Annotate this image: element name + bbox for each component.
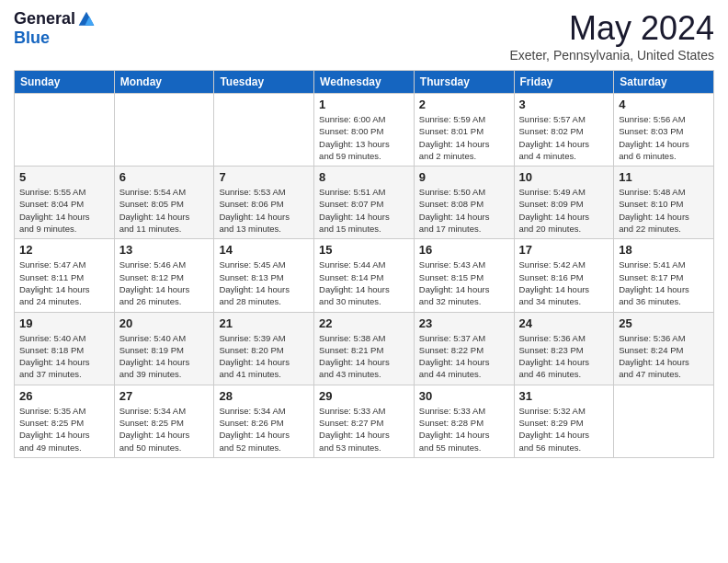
month-title: May 2024 (509, 9, 714, 48)
day-number: 18 (619, 243, 709, 257)
day-number: 6 (119, 170, 210, 184)
day-detail: Sunrise: 5:54 AM Sunset: 8:05 PM Dayligh… (119, 186, 210, 235)
day-detail: Sunrise: 5:41 AM Sunset: 8:17 PM Dayligh… (619, 259, 709, 307)
logo-blue-text: Blue (14, 29, 50, 47)
day-detail: Sunrise: 5:35 AM Sunset: 8:25 PM Dayligh… (19, 405, 109, 454)
day-detail: Sunrise: 5:53 AM Sunset: 8:06 PM Dayligh… (219, 186, 309, 235)
day-number: 15 (319, 243, 409, 257)
logo-icon (77, 10, 96, 29)
day-cell: 7Sunrise: 5:53 AM Sunset: 8:06 PM Daylig… (214, 167, 314, 239)
day-detail: Sunrise: 5:59 AM Sunset: 8:01 PM Dayligh… (419, 113, 509, 162)
header-row: SundayMondayTuesdayWednesdayThursdayFrid… (15, 71, 714, 94)
logo-general-text: General (14, 9, 75, 29)
day-cell: 3Sunrise: 5:57 AM Sunset: 8:02 PM Daylig… (514, 94, 614, 167)
day-number: 25 (619, 316, 709, 330)
day-cell: 17Sunrise: 5:42 AM Sunset: 8:16 PM Dayli… (514, 239, 614, 312)
day-cell: 13Sunrise: 5:46 AM Sunset: 8:12 PM Dayli… (114, 239, 214, 312)
day-number: 14 (219, 243, 309, 257)
header: General Blue May 2024 Exeter, Pennsylvan… (14, 9, 714, 63)
col-header-tuesday: Tuesday (214, 71, 314, 94)
col-header-saturday: Saturday (614, 71, 714, 94)
day-number: 13 (119, 243, 210, 257)
day-detail: Sunrise: 5:47 AM Sunset: 8:11 PM Dayligh… (19, 259, 109, 307)
day-cell: 28Sunrise: 5:34 AM Sunset: 8:26 PM Dayli… (214, 385, 314, 457)
calendar-table: SundayMondayTuesdayWednesdayThursdayFrid… (14, 70, 714, 458)
day-detail: Sunrise: 5:46 AM Sunset: 8:12 PM Dayligh… (119, 259, 210, 307)
day-detail: Sunrise: 5:45 AM Sunset: 8:13 PM Dayligh… (219, 259, 309, 307)
day-detail: Sunrise: 5:40 AM Sunset: 8:18 PM Dayligh… (19, 332, 109, 381)
day-number: 29 (319, 389, 409, 403)
week-row-4: 19Sunrise: 5:40 AM Sunset: 8:18 PM Dayli… (15, 312, 714, 385)
day-cell: 24Sunrise: 5:36 AM Sunset: 8:23 PM Dayli… (514, 312, 614, 385)
subtitle: Exeter, Pennsylvania, United States (509, 48, 714, 63)
day-number: 28 (219, 389, 309, 403)
day-number: 21 (219, 316, 309, 330)
day-cell (214, 94, 314, 167)
day-detail: Sunrise: 5:42 AM Sunset: 8:16 PM Dayligh… (519, 259, 609, 307)
day-cell: 1Sunrise: 6:00 AM Sunset: 8:00 PM Daylig… (314, 94, 415, 167)
day-cell (614, 385, 714, 457)
col-header-monday: Monday (114, 71, 214, 94)
week-row-3: 12Sunrise: 5:47 AM Sunset: 8:11 PM Dayli… (15, 239, 714, 312)
day-cell: 2Sunrise: 5:59 AM Sunset: 8:01 PM Daylig… (414, 94, 514, 167)
title-section: May 2024 Exeter, Pennsylvania, United St… (509, 9, 714, 63)
day-cell: 18Sunrise: 5:41 AM Sunset: 8:17 PM Dayli… (614, 239, 714, 312)
day-detail: Sunrise: 5:50 AM Sunset: 8:08 PM Dayligh… (419, 186, 509, 235)
day-detail: Sunrise: 5:32 AM Sunset: 8:29 PM Dayligh… (519, 405, 609, 454)
day-number: 20 (119, 316, 210, 330)
week-row-1: 1Sunrise: 6:00 AM Sunset: 8:00 PM Daylig… (15, 94, 714, 167)
day-detail: Sunrise: 5:57 AM Sunset: 8:02 PM Dayligh… (519, 113, 609, 162)
day-cell: 14Sunrise: 5:45 AM Sunset: 8:13 PM Dayli… (214, 239, 314, 312)
day-number: 7 (219, 170, 309, 184)
day-cell: 21Sunrise: 5:39 AM Sunset: 8:20 PM Dayli… (214, 312, 314, 385)
day-cell: 11Sunrise: 5:48 AM Sunset: 8:10 PM Dayli… (614, 167, 714, 239)
day-cell: 12Sunrise: 5:47 AM Sunset: 8:11 PM Dayli… (15, 239, 115, 312)
day-detail: Sunrise: 5:44 AM Sunset: 8:14 PM Dayligh… (319, 259, 409, 307)
day-cell: 9Sunrise: 5:50 AM Sunset: 8:08 PM Daylig… (414, 167, 514, 239)
day-cell: 10Sunrise: 5:49 AM Sunset: 8:09 PM Dayli… (514, 167, 614, 239)
day-cell: 5Sunrise: 5:55 AM Sunset: 8:04 PM Daylig… (15, 167, 115, 239)
day-number: 4 (619, 98, 709, 111)
day-detail: Sunrise: 5:38 AM Sunset: 8:21 PM Dayligh… (319, 332, 409, 381)
day-number: 26 (19, 389, 109, 403)
day-cell: 19Sunrise: 5:40 AM Sunset: 8:18 PM Dayli… (15, 312, 115, 385)
day-number: 16 (419, 243, 509, 257)
day-cell: 31Sunrise: 5:32 AM Sunset: 8:29 PM Dayli… (514, 385, 614, 457)
day-cell: 15Sunrise: 5:44 AM Sunset: 8:14 PM Dayli… (314, 239, 415, 312)
day-detail: Sunrise: 5:51 AM Sunset: 8:07 PM Dayligh… (319, 186, 409, 235)
day-number: 22 (319, 316, 409, 330)
day-detail: Sunrise: 5:55 AM Sunset: 8:04 PM Dayligh… (19, 186, 109, 235)
day-number: 9 (419, 170, 509, 184)
day-number: 31 (519, 389, 609, 403)
page: General Blue May 2024 Exeter, Pennsylvan… (0, 0, 728, 563)
day-cell: 16Sunrise: 5:43 AM Sunset: 8:15 PM Dayli… (414, 239, 514, 312)
day-number: 1 (319, 98, 409, 111)
col-header-sunday: Sunday (15, 71, 115, 94)
day-detail: Sunrise: 5:49 AM Sunset: 8:09 PM Dayligh… (519, 186, 609, 235)
col-header-wednesday: Wednesday (314, 71, 415, 94)
day-number: 3 (519, 98, 609, 111)
day-detail: Sunrise: 5:33 AM Sunset: 8:27 PM Dayligh… (319, 405, 409, 454)
day-detail: Sunrise: 5:56 AM Sunset: 8:03 PM Dayligh… (619, 113, 709, 162)
day-cell: 25Sunrise: 5:36 AM Sunset: 8:24 PM Dayli… (614, 312, 714, 385)
day-detail: Sunrise: 5:48 AM Sunset: 8:10 PM Dayligh… (619, 186, 709, 235)
day-detail: Sunrise: 5:34 AM Sunset: 8:25 PM Dayligh… (119, 405, 210, 454)
day-detail: Sunrise: 5:43 AM Sunset: 8:15 PM Dayligh… (419, 259, 509, 307)
day-cell: 4Sunrise: 5:56 AM Sunset: 8:03 PM Daylig… (614, 94, 714, 167)
day-number: 23 (419, 316, 509, 330)
day-number: 5 (19, 170, 109, 184)
day-cell (15, 94, 115, 167)
day-cell: 23Sunrise: 5:37 AM Sunset: 8:22 PM Dayli… (414, 312, 514, 385)
day-detail: Sunrise: 6:00 AM Sunset: 8:00 PM Dayligh… (319, 113, 409, 162)
day-detail: Sunrise: 5:37 AM Sunset: 8:22 PM Dayligh… (419, 332, 509, 381)
day-number: 24 (519, 316, 609, 330)
day-number: 10 (519, 170, 609, 184)
day-number: 8 (319, 170, 409, 184)
day-number: 30 (419, 389, 509, 403)
day-detail: Sunrise: 5:40 AM Sunset: 8:19 PM Dayligh… (119, 332, 210, 381)
day-number: 2 (419, 98, 509, 111)
day-detail: Sunrise: 5:36 AM Sunset: 8:24 PM Dayligh… (619, 332, 709, 381)
day-number: 17 (519, 243, 609, 257)
day-cell: 22Sunrise: 5:38 AM Sunset: 8:21 PM Dayli… (314, 312, 415, 385)
day-cell: 26Sunrise: 5:35 AM Sunset: 8:25 PM Dayli… (15, 385, 115, 457)
